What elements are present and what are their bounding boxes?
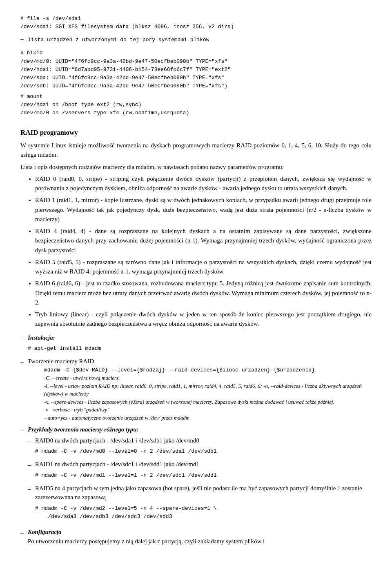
tworzenie-item-1: -l, --level - ustaw poziom RAID np: line… bbox=[44, 382, 372, 398]
code-blkid-output: # blkid /dev/md/0: UUID="4f6fc9cc-9a3a-4… bbox=[20, 49, 372, 90]
code-mount-output: # mount /dev/hda1 on /boot type ext2 (rw… bbox=[20, 93, 372, 117]
bullet-raid1: RAID 1 (raid1, 1, mirror) - kopie lustrz… bbox=[35, 196, 372, 224]
raid-bullets: RAID 0 (raid0, 0, stripe) - striping czy… bbox=[35, 174, 372, 329]
przyklady-label: Przykłady tworzenia macierzy różnego typ… bbox=[28, 426, 139, 433]
example0-text: RAID0 na dwóch partycjach - /dev/sda1 i … bbox=[35, 437, 199, 444]
dash-ex2-icon: – bbox=[28, 484, 31, 494]
przyklady-items: – RAID0 na dwóch partycjach - /dev/sda1 … bbox=[28, 436, 372, 524]
tworzenie-item-0: -C, --create - utwórz nową macierz. bbox=[44, 374, 372, 382]
bullet-raid5: RAID 5 (raid5, 5) - rozpraszane są zarów… bbox=[35, 258, 372, 277]
dash-icon: – bbox=[20, 34, 24, 44]
section-title: RAID programowy bbox=[20, 127, 372, 138]
dash-ex0-icon: – bbox=[28, 436, 31, 446]
bullet-raid4: RAID 4 (raid4, 4) - dane są rozpraszane … bbox=[35, 227, 372, 255]
tworzenie-item-2: -x, --spare-devices - liczba zapasowych … bbox=[44, 398, 372, 406]
tworzenie-label: Tworzenie macierzy RAID bbox=[28, 358, 94, 365]
bullet-raid6: RAID 6 (raid6, 6) - jest to rzadko stoso… bbox=[35, 279, 372, 307]
list-intro: Lista i opis dostępnych rodzajów macierz… bbox=[20, 162, 372, 172]
example2-code: # mdadm -C -v /dev/md2 --level=5 -n 4 --… bbox=[35, 505, 372, 521]
bullet-raid0: RAID 0 (raid0, 0, stripe) - striping czy… bbox=[35, 174, 372, 193]
konfiguracja-label: Konfiguracja bbox=[28, 529, 62, 535]
tworzenie-item-4: --auto=yes - automatyczne tworzenie urzą… bbox=[44, 414, 372, 422]
example1-code: # mdadm -C -v /dev/md1 --level=1 -n 2 /d… bbox=[35, 471, 372, 480]
dash-przyklady-icon: – bbox=[20, 425, 24, 435]
top-dash-list: – lista urządzeń z utworzonymi do tej po… bbox=[20, 33, 372, 47]
instalacja-label: Instalacja: bbox=[28, 334, 55, 341]
tworzenie-item-3: -v --verbose - tryb "gadatliwy" bbox=[44, 406, 372, 414]
przyklady-dash-list: – Przykłady tworzenia macierzy różnego t… bbox=[20, 425, 372, 549]
code-blkid: lista urządzeń z utworzonymi do tej pory… bbox=[28, 36, 372, 44]
konfiguracja-text: Po utworzeniu macierzy postępujemy z nią… bbox=[28, 537, 372, 546]
bullet-linear: Tryb liniowy (linear) - czyli połączenie… bbox=[35, 310, 372, 329]
dash-instalacja-icon: – bbox=[20, 333, 24, 343]
section-intro: W systemie Linux istnieje możliwość twor… bbox=[20, 141, 372, 160]
code-file-cmd: # file -s /dev/sda1 /dev/sda1: SGI XFS f… bbox=[20, 15, 372, 31]
tworzenie-cmd: mdadm -C {$dev_RAID} --level={$rodzaj} -… bbox=[44, 366, 372, 374]
dash-konfiguracja-icon: – bbox=[20, 528, 24, 538]
example1-text: RAID1 na dwóch partycjach - /dev/sdc1 i … bbox=[35, 461, 199, 467]
instalacja-cmd: # apt-get install mdadm bbox=[28, 345, 372, 353]
example2-text: RAID5 na 4 partycjach w tym jedna jako z… bbox=[35, 485, 362, 501]
instalacja-dash-list: – Instalacja: # apt-get install mdadm – … bbox=[20, 333, 372, 422]
dash-ex1-icon: – bbox=[28, 460, 31, 470]
dash-tworzenie-icon: – bbox=[20, 357, 24, 367]
tworzenie-block: mdadm -C {$dev_RAID} --level={$rodzaj} -… bbox=[36, 366, 372, 422]
example0-code: # mdadm -C -v /dev/md0 --level=0 -n 2 /d… bbox=[35, 447, 372, 456]
